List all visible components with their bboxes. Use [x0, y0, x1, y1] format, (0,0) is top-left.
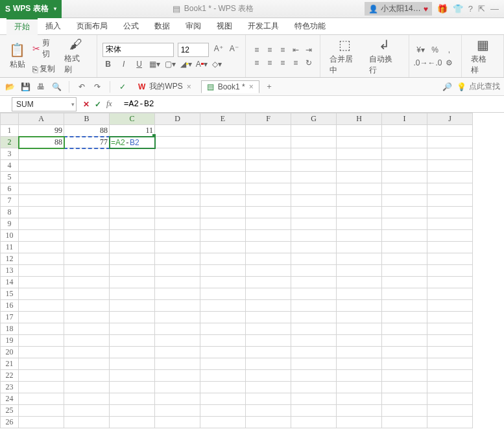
cell-H26[interactable] [337, 417, 382, 428]
align-left-button[interactable]: ≡ [251, 57, 263, 69]
cell-E17[interactable] [200, 312, 246, 323]
row-header-22[interactable]: 22 [1, 370, 19, 382]
cell-E26[interactable] [200, 417, 246, 428]
wps-home-tab[interactable]: W 我的WPS × [132, 79, 197, 94]
cell-E5[interactable] [200, 172, 246, 183]
cell-B10[interactable] [64, 230, 110, 242]
cell-I24[interactable] [382, 393, 427, 405]
cell-H5[interactable] [337, 172, 382, 183]
workbook-tab[interactable]: ▤ Book1 * × [201, 80, 259, 93]
cell-H15[interactable] [337, 288, 382, 300]
cell-A15[interactable] [19, 288, 64, 300]
formula-input[interactable] [119, 97, 504, 111]
cell-G6[interactable] [291, 183, 337, 195]
cell-E24[interactable] [200, 393, 246, 405]
cell-B7[interactable] [64, 195, 110, 207]
cell-B23[interactable] [64, 382, 110, 393]
cell-H11[interactable] [337, 242, 382, 253]
cell-F5[interactable] [246, 172, 291, 183]
align-top-button[interactable]: ≡ [251, 44, 263, 56]
cell-I26[interactable] [382, 417, 427, 428]
cell-J7[interactable] [427, 195, 473, 207]
comma-button[interactable]: , [443, 44, 455, 56]
cell-C24[interactable] [110, 393, 155, 405]
row-header-10[interactable]: 10 [1, 230, 19, 242]
cell-F21[interactable] [246, 358, 291, 370]
cell-J26[interactable] [427, 417, 473, 428]
cell-B22[interactable] [64, 370, 110, 382]
cell-D2[interactable] [155, 137, 200, 148]
preview-icon[interactable]: 🔍 [51, 81, 62, 93]
cell-H1[interactable] [337, 125, 382, 137]
cell-D26[interactable] [155, 417, 200, 428]
font-color-button[interactable]: A▾ [196, 58, 208, 70]
cell-G18[interactable] [291, 323, 337, 335]
cell-I1[interactable] [382, 125, 427, 137]
row-header-11[interactable]: 11 [1, 242, 19, 253]
cell-B24[interactable] [64, 393, 110, 405]
cell-D14[interactable] [155, 277, 200, 288]
cell-J20[interactable] [427, 347, 473, 358]
cell-H9[interactable] [337, 218, 382, 230]
cell-J3[interactable] [427, 148, 473, 160]
inc-decimal-button[interactable]: .0→ [414, 57, 426, 69]
cell-J11[interactable] [427, 242, 473, 253]
help-icon[interactable]: ? [468, 4, 473, 14]
cell-H4[interactable] [337, 160, 382, 172]
cell-style-button[interactable]: ▢▾ [165, 58, 176, 70]
cell-B19[interactable] [64, 335, 110, 347]
cell-J5[interactable] [427, 172, 473, 183]
cell-B3[interactable] [64, 148, 110, 160]
cell-G1[interactable] [291, 125, 337, 137]
cell-E23[interactable] [200, 382, 246, 393]
cell-C25[interactable] [110, 405, 155, 417]
cell-A6[interactable] [19, 183, 64, 195]
cell-H7[interactable] [337, 195, 382, 207]
cell-H20[interactable] [337, 347, 382, 358]
border-button[interactable]: ▦▾ [149, 58, 161, 70]
cell-C10[interactable] [110, 230, 155, 242]
cell-I3[interactable] [382, 148, 427, 160]
cell-I14[interactable] [382, 277, 427, 288]
cell-A10[interactable] [19, 230, 64, 242]
cell-C19[interactable] [110, 335, 155, 347]
cell-G19[interactable] [291, 335, 337, 347]
cell-J18[interactable] [427, 323, 473, 335]
cell-A11[interactable] [19, 242, 64, 253]
cell-I13[interactable] [382, 265, 427, 277]
cut-button[interactable]: ✂ 剪切 [30, 36, 59, 61]
cell-E13[interactable] [200, 265, 246, 277]
cell-J24[interactable] [427, 393, 473, 405]
cancel-formula-button[interactable]: ✕ [83, 100, 90, 109]
cell-A25[interactable] [19, 405, 64, 417]
cell-F25[interactable] [246, 405, 291, 417]
cell-C12[interactable] [110, 253, 155, 265]
cell-D1[interactable] [155, 125, 200, 137]
cell-H8[interactable] [337, 207, 382, 218]
paste-button[interactable]: 📋 粘贴 [5, 41, 29, 71]
cell-G26[interactable] [291, 417, 337, 428]
cell-H13[interactable] [337, 265, 382, 277]
cell-F17[interactable] [246, 312, 291, 323]
cell-D20[interactable] [155, 347, 200, 358]
cell-I11[interactable] [382, 242, 427, 253]
cell-B21[interactable] [64, 358, 110, 370]
row-header-13[interactable]: 13 [1, 265, 19, 277]
cell-D8[interactable] [155, 207, 200, 218]
col-header-A[interactable]: A [19, 113, 64, 125]
number-format-button[interactable]: ⚙ [443, 57, 455, 69]
cell-A7[interactable] [19, 195, 64, 207]
cell-F13[interactable] [246, 265, 291, 277]
cell-F23[interactable] [246, 382, 291, 393]
cell-G2[interactable] [291, 137, 337, 148]
cell-G14[interactable] [291, 277, 337, 288]
cell-H17[interactable] [337, 312, 382, 323]
tab-insert[interactable]: 插入 [38, 18, 69, 35]
row-header-6[interactable]: 6 [1, 183, 19, 195]
cell-C3[interactable] [110, 148, 155, 160]
cell-I6[interactable] [382, 183, 427, 195]
cell-C16[interactable] [110, 300, 155, 312]
cell-H19[interactable] [337, 335, 382, 347]
cell-C14[interactable] [110, 277, 155, 288]
cell-A2[interactable]: 88 [19, 137, 64, 148]
